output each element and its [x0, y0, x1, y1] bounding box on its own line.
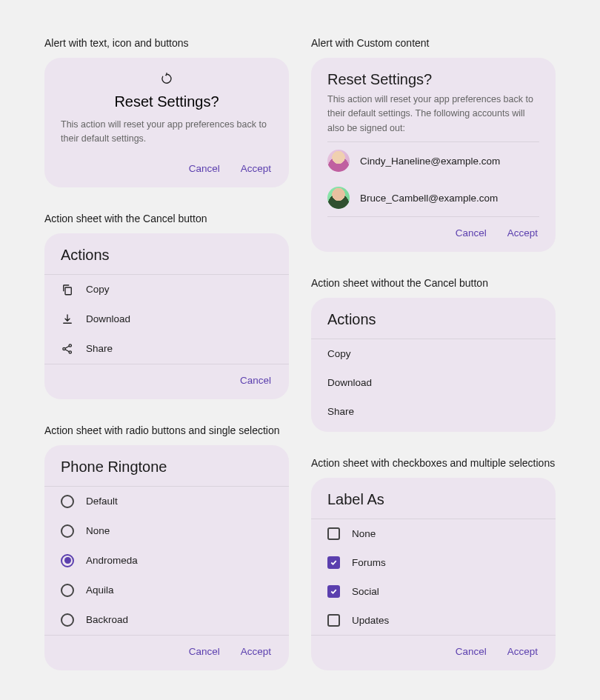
section-alert-custom: Alert with Custom content Reset Settings… — [311, 37, 556, 252]
account-row: Bruce_Cambell@example.com — [311, 179, 556, 216]
section-alert-icon: Alert with text, icon and buttons Reset … — [44, 37, 289, 187]
option-label: None — [352, 528, 376, 539]
action-sheet-card: Actions Copy — [44, 233, 289, 399]
section-label: Action sheet without the Cancel button — [311, 277, 556, 289]
checkbox-icon — [327, 614, 340, 627]
download-icon — [61, 313, 74, 326]
avatar — [327, 187, 350, 209]
alert-custom-card: Reset Settings? This action will reset y… — [311, 58, 556, 252]
radio-sheet-card: Phone Ringtone Default None Andromeda Aq… — [44, 445, 289, 670]
refresh-icon — [160, 73, 173, 86]
avatar — [327, 150, 350, 172]
option-label: Social — [352, 586, 379, 597]
radio-option-none[interactable]: None — [44, 516, 289, 546]
check-option-updates[interactable]: Updates — [311, 606, 556, 635]
action-download[interactable]: Download — [44, 304, 289, 334]
radio-icon — [61, 584, 74, 597]
radio-option-default[interactable]: Default — [44, 487, 289, 516]
account-row: Cindy_Haneline@example.com — [311, 142, 556, 179]
alert-card: Reset Settings? This action will reset y… — [44, 58, 289, 187]
section-label: Action sheet with the Cancel button — [44, 213, 289, 224]
action-share[interactable]: Share — [44, 334, 289, 364]
section-sheet-radio: Action sheet with radio buttons and sing… — [44, 424, 289, 670]
accept-button[interactable]: Accept — [507, 646, 538, 657]
action-copy[interactable]: Copy — [44, 275, 289, 304]
account-email: Bruce_Cambell@example.com — [360, 193, 498, 204]
check-option-none[interactable]: None — [311, 519, 556, 548]
radio-option-aquila[interactable]: Aquila — [44, 576, 289, 605]
section-sheet-nocancel: Action sheet without the Cancel button A… — [311, 277, 556, 432]
option-label: Default — [86, 496, 118, 507]
alert-title: Reset Settings? — [311, 58, 556, 93]
svg-point-2 — [69, 344, 71, 347]
radio-icon — [61, 495, 74, 508]
copy-icon — [61, 283, 74, 296]
action-copy[interactable]: Copy — [311, 339, 556, 368]
action-label: Share — [86, 343, 113, 354]
action-label: Copy — [86, 284, 110, 295]
section-label: Action sheet with radio buttons and sing… — [44, 424, 289, 436]
section-sheet-check: Action sheet with checkboxes and multipl… — [311, 457, 556, 670]
section-label: Action sheet with checkboxes and multipl… — [311, 457, 556, 469]
radio-icon — [61, 524, 74, 538]
action-share[interactable]: Share — [311, 397, 556, 426]
sheet-title: Label As — [311, 478, 556, 519]
radio-option-andromeda[interactable]: Andromeda — [44, 546, 289, 576]
radio-icon — [61, 613, 74, 627]
cancel-button[interactable]: Cancel — [189, 646, 220, 657]
option-label: Backroad — [86, 614, 128, 625]
cancel-button[interactable]: Cancel — [456, 646, 487, 657]
radio-icon-selected — [61, 554, 74, 567]
svg-point-3 — [69, 351, 71, 353]
radio-option-backroad[interactable]: Backroad — [44, 605, 289, 635]
sheet-title: Phone Ringtone — [44, 445, 289, 486]
sheet-title: Actions — [311, 298, 556, 339]
alert-description: This action will reset your app preferen… — [44, 118, 289, 153]
option-label: None — [86, 525, 110, 536]
checkbox-sheet-card: Label As None Forums Social Updates — [311, 478, 556, 670]
action-sheet-card: Actions Copy Download Share — [311, 298, 556, 432]
svg-rect-0 — [65, 287, 71, 295]
option-label: Updates — [352, 615, 389, 626]
accept-button[interactable]: Accept — [241, 646, 271, 657]
alert-description: This action will reset your app preferen… — [311, 93, 556, 141]
accept-button[interactable]: Accept — [507, 227, 538, 239]
checkbox-icon — [327, 527, 340, 540]
option-label: Aquila — [86, 584, 114, 596]
check-option-forums[interactable]: Forums — [311, 548, 556, 577]
svg-point-1 — [63, 347, 65, 350]
cancel-button[interactable]: Cancel — [189, 163, 220, 174]
section-sheet-cancel: Action sheet with the Cancel button Acti… — [44, 213, 289, 399]
sheet-title: Actions — [44, 233, 289, 274]
action-label: Download — [86, 313, 130, 324]
accept-button[interactable]: Accept — [241, 163, 271, 174]
share-icon — [61, 342, 74, 356]
section-label: Alert with Custom content — [311, 37, 556, 49]
option-label: Forums — [352, 557, 386, 568]
option-label: Andromeda — [86, 555, 138, 566]
action-download[interactable]: Download — [311, 368, 556, 397]
cancel-button[interactable]: Cancel — [240, 375, 271, 386]
account-email: Cindy_Haneline@example.com — [360, 156, 500, 167]
alert-title: Reset Settings? — [44, 90, 289, 118]
checkbox-icon-selected — [327, 585, 340, 598]
check-option-social[interactable]: Social — [311, 577, 556, 606]
cancel-button[interactable]: Cancel — [456, 227, 487, 239]
checkbox-icon-selected — [327, 556, 340, 569]
section-label: Alert with text, icon and buttons — [44, 37, 289, 49]
